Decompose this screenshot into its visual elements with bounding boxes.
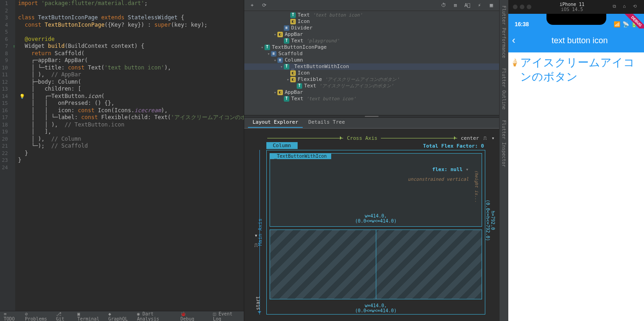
tree-row[interactable]: ▾◧AppBar [244,31,499,38]
main-axis-label: Main Axis [257,218,263,246]
cross-align-dropdown-icon[interactable]: ▾ [491,135,494,141]
back-icon[interactable]: ‹ [512,34,515,46]
main-align-value[interactable]: start [255,296,260,310]
tree-row[interactable]: ≡Divider [244,25,499,31]
child-chip: _TextButtonWithIcon [270,153,331,159]
tree-row[interactable]: TText'text button icon' [244,96,499,102]
status-todo[interactable]: ≡ TODO [4,311,18,321]
tree-row[interactable]: ▾◧AppBar [244,89,499,96]
unconstrained-label: unconstrained vertical [408,177,469,182]
tree-row[interactable]: ▾◧Flexible'アイスクリームアイコンのボタン' [244,76,499,83]
column-box[interactable]: Column Total Flex Factor: 0 _TextButtonW… [266,150,485,315]
select-widget-icon[interactable]: ⌖ [247,1,257,10]
inspector-panel: ⌖ ⟳ ⏱ ⊞ Aͯ ⚡ ▦ TText'text button icon'◧I… [244,0,499,321]
tree-row[interactable]: TText'text button icon' [244,12,499,18]
tree-row[interactable]: ▾T_TextButtonWithIcon [244,63,499,70]
rail-flutter-inspector[interactable]: Flutter Inspector [501,117,506,170]
flex-null-label[interactable]: flex: null [432,166,469,172]
editor-panel: 1234567↑8910111213💡141516171819202122232… [0,0,244,321]
simulator-panel: iPhone 11 iOS 14.5 ⧉ ⌂ ⟲ 16:38 📶 📡 🔋 ‹ t… [508,0,644,321]
tree-row[interactable]: TText'playground' [244,38,499,44]
status-git[interactable]: ⎇ Git [56,311,71,321]
rail-flutter-outline[interactable]: Flutter Outline [501,65,506,112]
screenshot-icon[interactable]: ⧉ [613,4,619,10]
cross-align-value[interactable]: center [461,135,479,141]
window-max-icon[interactable] [527,5,531,9]
child-width-label: w=414.0, (0.0<=w<=414.0) [270,213,482,224]
layout-explorer: Cross Axis center ⎍ ▾ Main Axis start ▾ … [244,129,499,321]
app-bar: ‹ text button icon [508,29,644,52]
baselines-icon[interactable]: Aͯ [462,1,472,10]
simulator-titlebar: iPhone 11 iOS 14.5 ⧉ ⌂ ⟲ [508,0,644,14]
status-event-log[interactable]: ◫ Event Log [213,311,240,321]
tree-row[interactable]: ◧Icon [244,18,499,25]
flex-factor-label: Total Flex Factor: 0 [423,143,484,149]
text-button-label[interactable]: アイスクリームアイコンのボタン [520,55,642,84]
main-align-icon[interactable]: ⎍ [254,242,258,248]
cross-axis-header: Cross Axis center ⎍ ▾ [267,135,494,141]
device-label: iPhone 11 iOS 14.5 [535,2,609,12]
inspector-toolbar: ⌖ ⟳ ⏱ ⊞ Aͯ ⚡ ▦ [244,0,499,11]
detail-tabs: Layout Explorer Details Tree [244,118,499,129]
status-debug[interactable]: 🐞 Debug [180,311,200,321]
appbar-title: text button icon [519,36,640,46]
main-align-dropdown-icon[interactable]: ▾ [254,232,258,239]
outer-width-label: w=414.0, (0.0<=w<=414.0) [267,303,485,313]
cross-align-icon[interactable]: ⎍ [483,135,487,141]
child-box[interactable]: _TextButtonWithIcon flex: null unconstra… [270,153,482,227]
icecream-icon[interactable]: 🍦 [510,58,519,67]
tree-row[interactable]: TText'アイスクリームアイコンのボタン' [244,83,499,89]
home-icon[interactable]: ⌂ [623,4,629,10]
tab-details-tree[interactable]: Details Tree [304,117,349,128]
code-area[interactable]: import 'package:flutter/material.dart'; … [15,0,244,311]
slow-anim-icon[interactable]: ⏱ [438,1,448,10]
line-gutter: 1234567↑8910111213💡141516171819202122232… [0,0,15,311]
empty-space-stripes [270,229,482,299]
rotate-icon[interactable]: ⟲ [633,4,639,10]
images-icon[interactable]: ▦ [486,1,496,10]
cross-axis-label: Cross Axis [347,135,377,141]
editor-body: 1234567↑8910111213💡141516171819202122232… [0,0,244,311]
tree-row[interactable]: ◧Icon [244,70,499,76]
outer-height-label: h=792.0 (0.0<=h<=792.0) [485,200,495,241]
column-chip: Column [266,142,298,149]
notch [546,14,606,25]
window-close-icon[interactable] [513,5,518,9]
tree-row[interactable]: ▾≡Column [244,57,499,63]
status-problems[interactable]: ⊘ Problems [25,311,50,321]
tab-layout-explorer[interactable]: Layout Explorer [248,117,303,128]
status-graphql[interactable]: ◆ GraphQL [109,311,131,321]
status-terminal[interactable]: ▣ Terminal [77,311,102,321]
tree-row[interactable]: ▾TTextButtonIconPage [244,44,499,51]
repaint-icon[interactable]: ⚡ [474,1,484,10]
right-tool-rail: Flutter Performance Flutter Outline Flut… [499,0,508,321]
tree-row[interactable]: ▾≡Scaffold [244,51,499,57]
status-bar: ≡ TODO ⊘ Problems ⎇ Git ▣ Terminal ◆ Gra… [0,311,244,321]
rail-flutter-performance[interactable]: Flutter Performance [501,3,506,61]
clock: 16:38 [515,21,529,28]
refresh-icon[interactable]: ⟳ [259,1,269,10]
app-body: 🍦 アイスクリームアイコンのボタン [508,52,644,86]
guidelines-icon[interactable]: ⊞ [450,1,460,10]
status-dart-analysis[interactable]: ◉ Dart Analysis [137,311,174,321]
widget-tree[interactable]: TText'text button icon'◧Icon≡Divider▾◧Ap… [244,11,499,115]
device-screen: 16:38 📶 📡 🔋 ‹ text button icon 🍦 アイスクリーム… [508,14,644,321]
height-truncated-label: (height is... [474,170,479,202]
window-min-icon[interactable] [520,5,524,9]
